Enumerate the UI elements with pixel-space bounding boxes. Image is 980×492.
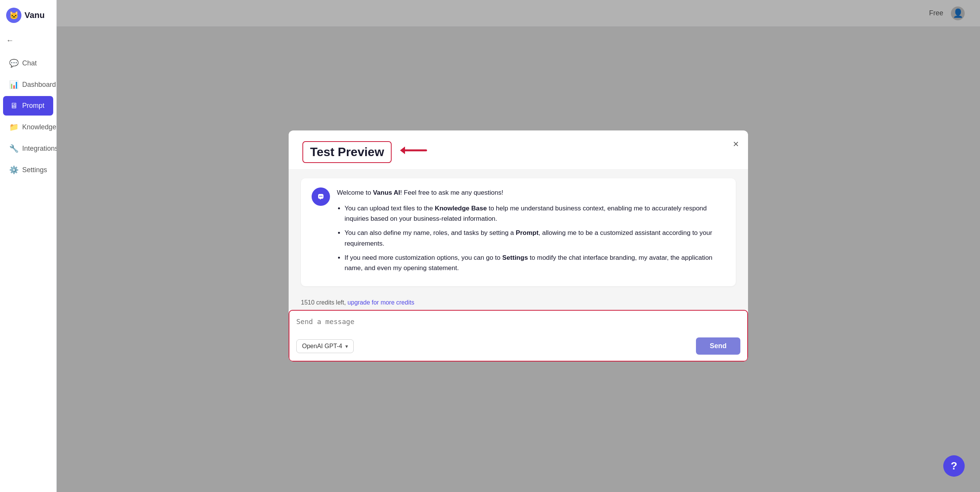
- main-area: Free 👤 Test Preview ×: [57, 0, 980, 492]
- chat-avatar-icon: [312, 187, 330, 206]
- bullet-3-bold: Settings: [502, 254, 528, 261]
- bullet-3: If you need more customization options, …: [345, 253, 725, 273]
- sidebar-item-prompt-label: Prompt: [22, 102, 44, 110]
- svg-point-5: [322, 196, 322, 197]
- upgrade-link[interactable]: upgrade for more credits: [348, 299, 414, 306]
- sidebar: 🐱 Vanu ← 💬 Chat 📊 Dashboard 🖥 Prompt 📁 K…: [0, 0, 57, 492]
- intro-brand: Vanus AI: [373, 189, 400, 196]
- sidebar-item-integrations-label: Integrations: [22, 145, 58, 153]
- svg-point-4: [320, 196, 321, 197]
- back-button[interactable]: ←: [0, 32, 56, 49]
- chat-bullets: You can upload text files to the Knowled…: [337, 203, 725, 273]
- sidebar-item-chat[interactable]: 💬 Chat: [3, 53, 53, 73]
- knowledge-icon: 📁: [9, 122, 18, 132]
- modal-title: Test Preview: [310, 145, 384, 159]
- sidebar-item-integrations[interactable]: 🔧 Integrations: [3, 138, 53, 158]
- logo-icon: 🐱: [6, 8, 21, 23]
- logo-text: Vanu: [24, 10, 45, 20]
- sidebar-item-knowledge-label: Knowledge: [22, 123, 56, 131]
- sidebar-item-dashboard-label: Dashboard: [22, 81, 56, 89]
- chat-icon: 💬: [9, 59, 18, 68]
- modal-arrow-icon: [399, 143, 430, 161]
- modal-header: Test Preview ×: [289, 130, 748, 169]
- bullet-1-bold: Knowledge Base: [435, 205, 487, 212]
- prompt-icon: 🖥: [9, 101, 18, 110]
- credits-prefix: 1510 credits left,: [301, 299, 348, 306]
- intro-prefix: Welcome to: [337, 189, 373, 196]
- sidebar-item-settings-label: Settings: [22, 166, 47, 174]
- message-input[interactable]: [296, 318, 740, 331]
- credits-bar: 1510 credits left, upgrade for more cred…: [289, 295, 748, 310]
- help-button[interactable]: ?: [943, 455, 965, 477]
- modal-overlay: Test Preview ×: [57, 0, 980, 492]
- svg-point-3: [319, 196, 320, 197]
- bullet-1-prefix: You can upload text files to the: [345, 205, 435, 212]
- send-button[interactable]: Send: [696, 337, 740, 355]
- model-selector[interactable]: OpenAI GPT-4 ▾: [296, 339, 354, 353]
- chevron-down-icon: ▾: [345, 343, 348, 349]
- modal: Test Preview ×: [289, 130, 748, 362]
- model-select-label: OpenAI GPT-4: [302, 343, 342, 350]
- footer-actions: OpenAI GPT-4 ▾ Send: [296, 337, 740, 355]
- chat-intro: Welcome to Vanus AI! Feel free to ask me…: [337, 187, 725, 198]
- chat-message: Welcome to Vanus AI! Feel free to ask me…: [301, 178, 736, 286]
- bullet-2-bold: Prompt: [516, 229, 539, 236]
- chat-content: Welcome to Vanus AI! Feel free to ask me…: [337, 187, 725, 277]
- sidebar-item-prompt[interactable]: 🖥 Prompt: [3, 96, 53, 116]
- sidebar-logo: 🐱 Vanu: [0, 8, 56, 32]
- bullet-2-prefix: You can also define my name, roles, and …: [345, 229, 516, 236]
- bullet-3-prefix: If you need more customization options, …: [345, 254, 502, 261]
- modal-footer: OpenAI GPT-4 ▾ Send: [289, 310, 748, 362]
- svg-marker-1: [400, 147, 405, 154]
- modal-close-button[interactable]: ×: [733, 138, 739, 150]
- sidebar-item-settings[interactable]: ⚙️ Settings: [3, 160, 53, 180]
- bullet-1: You can upload text files to the Knowled…: [345, 203, 725, 224]
- integrations-icon: 🔧: [9, 144, 18, 153]
- dashboard-icon: 📊: [9, 80, 18, 89]
- sidebar-item-dashboard[interactable]: 📊 Dashboard: [3, 75, 53, 94]
- intro-suffix: ! Feel free to ask me any questions!: [400, 189, 503, 196]
- sidebar-item-knowledge[interactable]: 📁 Knowledge: [3, 117, 53, 137]
- sidebar-item-chat-label: Chat: [22, 59, 37, 67]
- modal-title-box: Test Preview: [302, 141, 392, 163]
- modal-body: Welcome to Vanus AI! Feel free to ask me…: [289, 169, 748, 295]
- settings-icon: ⚙️: [9, 165, 18, 174]
- bullet-2: You can also define my name, roles, and …: [345, 228, 725, 248]
